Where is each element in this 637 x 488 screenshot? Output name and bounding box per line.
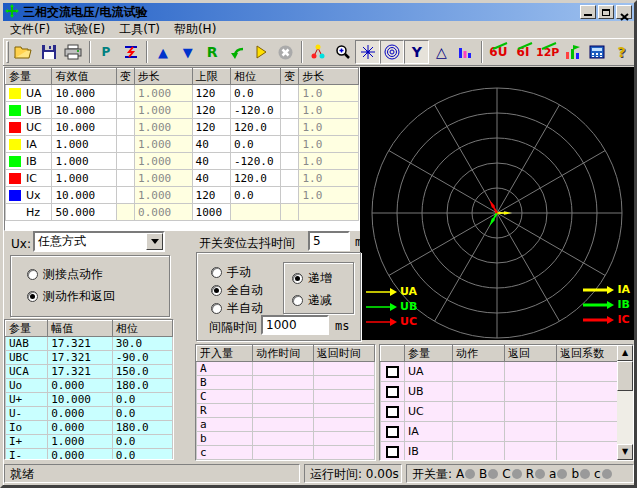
value-cell[interactable]: 1.000	[52, 170, 117, 187]
stop-button[interactable]	[274, 40, 299, 64]
interval-input[interactable]	[261, 315, 329, 335]
table-row[interactable]: Ux10.0001.0001200.01.0	[6, 187, 359, 204]
toolbar-grip[interactable]	[6, 41, 9, 63]
y-view-button[interactable]: Y	[404, 40, 429, 64]
value-cell[interactable]: 120	[192, 85, 230, 102]
value-cell[interactable]: 10.000	[52, 119, 117, 136]
increase-button[interactable]: ▲	[151, 40, 176, 64]
save-button[interactable]	[37, 40, 62, 64]
value-cell[interactable]: 0.000	[135, 204, 192, 221]
value-cell[interactable]	[116, 85, 134, 102]
value-cell[interactable]: 120	[192, 187, 230, 204]
value-cell[interactable]: 0.0	[230, 187, 280, 204]
bars-view-button[interactable]	[454, 40, 479, 64]
menu-file[interactable]: 文件(F)	[3, 20, 57, 39]
value-cell[interactable]	[299, 204, 359, 221]
start-button[interactable]	[249, 40, 274, 64]
value-cell[interactable]: 40	[192, 136, 230, 153]
power-output-button[interactable]	[118, 40, 143, 64]
value-cell[interactable]	[281, 187, 299, 204]
open-file-button[interactable]	[12, 40, 37, 64]
value-cell[interactable]: 1.000	[135, 102, 192, 119]
table-row[interactable]: IB1.0001.00040-120.01.0	[6, 153, 359, 170]
value-cell[interactable]	[230, 204, 280, 221]
value-cell[interactable]: 1.0	[299, 136, 359, 153]
value-cell[interactable]	[116, 170, 134, 187]
value-cell[interactable]	[281, 102, 299, 119]
parameter-grid[interactable]: 参量有效值变步长上限相位变步长UA10.0001.0001200.01.0UB1…	[5, 68, 359, 221]
value-cell[interactable]: 50.000	[52, 204, 117, 221]
table-row[interactable]: UA	[381, 362, 618, 382]
decrease-button[interactable]: ▼	[175, 40, 200, 64]
value-cell[interactable]: 1000	[192, 204, 230, 221]
value-cell[interactable]: 120	[192, 119, 230, 136]
parameter-p-button[interactable]: P	[94, 40, 119, 64]
table-row[interactable]: IC1.0001.00040120.01.0	[6, 170, 359, 187]
value-cell[interactable]	[281, 204, 299, 221]
calculator-button[interactable]	[585, 40, 610, 64]
table-row[interactable]: UB10.0001.000120-120.01.0	[6, 102, 359, 119]
dropdown-button[interactable]	[146, 233, 163, 250]
table-row[interactable]: UC10.0001.000120120.01.0	[6, 119, 359, 136]
value-cell[interactable]: 1.0	[299, 153, 359, 170]
value-cell[interactable]: 120	[192, 102, 230, 119]
table-row[interactable]: IA	[381, 422, 618, 442]
value-cell[interactable]: 1.000	[135, 85, 192, 102]
value-cell[interactable]: 10.000	[52, 85, 117, 102]
value-cell[interactable]	[281, 153, 299, 170]
table-row[interactable]: UC	[381, 402, 618, 422]
help-button[interactable]: ?	[609, 40, 634, 64]
value-cell[interactable]	[116, 187, 134, 204]
row-checkbox[interactable]	[386, 406, 399, 418]
star-view-button[interactable]	[355, 40, 380, 64]
triangle-view-button[interactable]: △	[429, 40, 454, 64]
value-cell[interactable]	[116, 119, 134, 136]
scroll-up-button[interactable]: ▲	[617, 345, 633, 361]
value-cell[interactable]	[281, 85, 299, 102]
debounce-input[interactable]	[308, 231, 350, 251]
value-cell[interactable]: 1.000	[135, 187, 192, 204]
row-checkbox[interactable]	[386, 386, 399, 398]
table-row[interactable]: Hz50.0000.0001000	[6, 204, 359, 221]
value-cell[interactable]: 0.0	[230, 136, 280, 153]
value-cell[interactable]: 1.000	[135, 119, 192, 136]
value-cell[interactable]	[281, 119, 299, 136]
menu-help[interactable]: 帮助(H)	[167, 20, 223, 39]
radio-option[interactable]: 递减	[292, 292, 332, 309]
zoom-button[interactable]	[331, 40, 356, 64]
table-row[interactable]: UA10.0001.0001200.01.0	[6, 85, 359, 102]
value-cell[interactable]: 1.0	[299, 85, 359, 102]
table-row[interactable]: IB	[381, 442, 618, 462]
radio-option[interactable]: 全自动	[211, 282, 263, 299]
print-button[interactable]	[61, 40, 86, 64]
report-button[interactable]	[560, 40, 585, 64]
radio-option[interactable]: 递增	[292, 270, 332, 287]
value-cell[interactable]	[281, 170, 299, 187]
menu-tools[interactable]: 工具(T)	[112, 20, 167, 39]
reset-button[interactable]: R	[200, 40, 225, 64]
value-cell[interactable]: 1.000	[135, 136, 192, 153]
value-cell[interactable]	[116, 102, 134, 119]
maximize-button[interactable]	[598, 5, 614, 19]
scroll-down-button[interactable]: ▼	[617, 444, 633, 460]
table-row[interactable]: IA1.0001.000400.01.0	[6, 136, 359, 153]
value-cell[interactable]: -120.0	[230, 102, 280, 119]
value-cell[interactable]: 1.0	[299, 187, 359, 204]
value-cell[interactable]: 120.0	[230, 170, 280, 187]
value-cell[interactable]: 40	[192, 170, 230, 187]
value-cell[interactable]: 10.000	[52, 187, 117, 204]
value-cell[interactable]: 120.0	[230, 119, 280, 136]
radio-option[interactable]: 手动	[211, 264, 251, 281]
value-cell[interactable]: -120.0	[230, 153, 280, 170]
ux-mode-select[interactable]: 任意方式	[33, 231, 165, 252]
radio-option[interactable]: 测动作和返回	[27, 288, 115, 305]
value-cell[interactable]: 1.0	[299, 102, 359, 119]
radio-option[interactable]: 测接点动作	[27, 266, 103, 283]
value-cell[interactable]: 1.000	[135, 153, 192, 170]
row-checkbox[interactable]	[386, 426, 399, 438]
value-cell[interactable]	[281, 136, 299, 153]
table-row[interactable]: UB	[381, 382, 618, 402]
scrollbar-thumb[interactable]	[617, 361, 633, 391]
undo-button[interactable]	[224, 40, 249, 64]
value-cell[interactable]: 40	[192, 153, 230, 170]
